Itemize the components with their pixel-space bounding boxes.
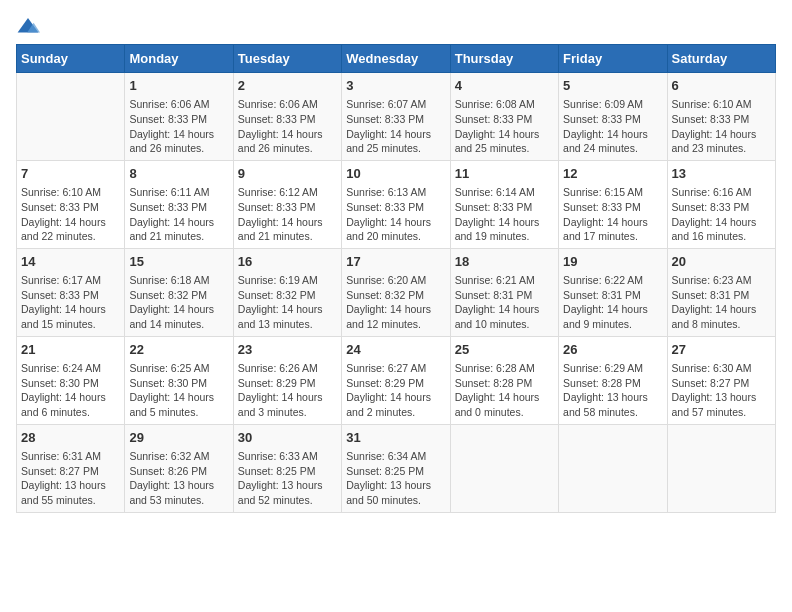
daylight-text: Daylight: 13 hours and 52 minutes. — [238, 478, 337, 507]
day-number: 13 — [672, 165, 771, 183]
calendar-cell — [667, 424, 775, 512]
sunset-text: Sunset: 8:31 PM — [563, 288, 662, 303]
sunrise-text: Sunrise: 6:25 AM — [129, 361, 228, 376]
sunrise-text: Sunrise: 6:21 AM — [455, 273, 554, 288]
calendar-table: SundayMondayTuesdayWednesdayThursdayFrid… — [16, 44, 776, 513]
calendar-cell: 24Sunrise: 6:27 AMSunset: 8:29 PMDayligh… — [342, 336, 450, 424]
calendar-cell: 6Sunrise: 6:10 AMSunset: 8:33 PMDaylight… — [667, 73, 775, 161]
daylight-text: Daylight: 14 hours and 26 minutes. — [129, 127, 228, 156]
sunset-text: Sunset: 8:32 PM — [129, 288, 228, 303]
calendar-cell: 1Sunrise: 6:06 AMSunset: 8:33 PMDaylight… — [125, 73, 233, 161]
calendar-cell: 22Sunrise: 6:25 AMSunset: 8:30 PMDayligh… — [125, 336, 233, 424]
sunrise-text: Sunrise: 6:07 AM — [346, 97, 445, 112]
daylight-text: Daylight: 13 hours and 53 minutes. — [129, 478, 228, 507]
sunrise-text: Sunrise: 6:11 AM — [129, 185, 228, 200]
day-number: 4 — [455, 77, 554, 95]
daylight-text: Daylight: 14 hours and 5 minutes. — [129, 390, 228, 419]
sunset-text: Sunset: 8:33 PM — [21, 200, 120, 215]
calendar-cell: 10Sunrise: 6:13 AMSunset: 8:33 PMDayligh… — [342, 160, 450, 248]
day-number: 10 — [346, 165, 445, 183]
sunset-text: Sunset: 8:31 PM — [672, 288, 771, 303]
day-header-wednesday: Wednesday — [342, 45, 450, 73]
calendar-cell: 11Sunrise: 6:14 AMSunset: 8:33 PMDayligh… — [450, 160, 558, 248]
sunrise-text: Sunrise: 6:15 AM — [563, 185, 662, 200]
calendar-cell: 7Sunrise: 6:10 AMSunset: 8:33 PMDaylight… — [17, 160, 125, 248]
calendar-cell: 30Sunrise: 6:33 AMSunset: 8:25 PMDayligh… — [233, 424, 341, 512]
sunrise-text: Sunrise: 6:09 AM — [563, 97, 662, 112]
calendar-cell: 16Sunrise: 6:19 AMSunset: 8:32 PMDayligh… — [233, 248, 341, 336]
day-number: 15 — [129, 253, 228, 271]
calendar-body: 1Sunrise: 6:06 AMSunset: 8:33 PMDaylight… — [17, 73, 776, 513]
calendar-cell: 8Sunrise: 6:11 AMSunset: 8:33 PMDaylight… — [125, 160, 233, 248]
sunrise-text: Sunrise: 6:16 AM — [672, 185, 771, 200]
daylight-text: Daylight: 13 hours and 55 minutes. — [21, 478, 120, 507]
daylight-text: Daylight: 14 hours and 15 minutes. — [21, 302, 120, 331]
calendar-cell: 31Sunrise: 6:34 AMSunset: 8:25 PMDayligh… — [342, 424, 450, 512]
sunrise-text: Sunrise: 6:26 AM — [238, 361, 337, 376]
sunrise-text: Sunrise: 6:20 AM — [346, 273, 445, 288]
calendar-cell: 3Sunrise: 6:07 AMSunset: 8:33 PMDaylight… — [342, 73, 450, 161]
sunset-text: Sunset: 8:33 PM — [672, 200, 771, 215]
sunset-text: Sunset: 8:33 PM — [346, 200, 445, 215]
sunset-text: Sunset: 8:33 PM — [563, 200, 662, 215]
sunrise-text: Sunrise: 6:30 AM — [672, 361, 771, 376]
day-number: 23 — [238, 341, 337, 359]
calendar-cell: 21Sunrise: 6:24 AMSunset: 8:30 PMDayligh… — [17, 336, 125, 424]
calendar-cell: 18Sunrise: 6:21 AMSunset: 8:31 PMDayligh… — [450, 248, 558, 336]
sunrise-text: Sunrise: 6:23 AM — [672, 273, 771, 288]
calendar-header: SundayMondayTuesdayWednesdayThursdayFrid… — [17, 45, 776, 73]
day-number: 1 — [129, 77, 228, 95]
sunset-text: Sunset: 8:33 PM — [455, 200, 554, 215]
sunset-text: Sunset: 8:33 PM — [21, 288, 120, 303]
sunrise-text: Sunrise: 6:31 AM — [21, 449, 120, 464]
day-number: 25 — [455, 341, 554, 359]
calendar-cell: 4Sunrise: 6:08 AMSunset: 8:33 PMDaylight… — [450, 73, 558, 161]
daylight-text: Daylight: 14 hours and 0 minutes. — [455, 390, 554, 419]
day-number: 26 — [563, 341, 662, 359]
calendar-cell: 23Sunrise: 6:26 AMSunset: 8:29 PMDayligh… — [233, 336, 341, 424]
sunrise-text: Sunrise: 6:06 AM — [129, 97, 228, 112]
day-number: 2 — [238, 77, 337, 95]
day-header-saturday: Saturday — [667, 45, 775, 73]
calendar-cell: 28Sunrise: 6:31 AMSunset: 8:27 PMDayligh… — [17, 424, 125, 512]
logo — [16, 16, 44, 36]
daylight-text: Daylight: 14 hours and 24 minutes. — [563, 127, 662, 156]
calendar-cell — [17, 73, 125, 161]
sunrise-text: Sunrise: 6:22 AM — [563, 273, 662, 288]
calendar-cell: 9Sunrise: 6:12 AMSunset: 8:33 PMDaylight… — [233, 160, 341, 248]
calendar-cell: 15Sunrise: 6:18 AMSunset: 8:32 PMDayligh… — [125, 248, 233, 336]
sunrise-text: Sunrise: 6:17 AM — [21, 273, 120, 288]
calendar-cell: 20Sunrise: 6:23 AMSunset: 8:31 PMDayligh… — [667, 248, 775, 336]
sunset-text: Sunset: 8:30 PM — [21, 376, 120, 391]
day-header-thursday: Thursday — [450, 45, 558, 73]
sunset-text: Sunset: 8:26 PM — [129, 464, 228, 479]
sunrise-text: Sunrise: 6:10 AM — [21, 185, 120, 200]
day-number: 24 — [346, 341, 445, 359]
day-number: 22 — [129, 341, 228, 359]
sunset-text: Sunset: 8:27 PM — [672, 376, 771, 391]
daylight-text: Daylight: 14 hours and 20 minutes. — [346, 215, 445, 244]
calendar-cell: 5Sunrise: 6:09 AMSunset: 8:33 PMDaylight… — [559, 73, 667, 161]
calendar-cell: 26Sunrise: 6:29 AMSunset: 8:28 PMDayligh… — [559, 336, 667, 424]
day-number: 5 — [563, 77, 662, 95]
calendar-cell: 17Sunrise: 6:20 AMSunset: 8:32 PMDayligh… — [342, 248, 450, 336]
sunrise-text: Sunrise: 6:19 AM — [238, 273, 337, 288]
calendar-cell: 2Sunrise: 6:06 AMSunset: 8:33 PMDaylight… — [233, 73, 341, 161]
sunset-text: Sunset: 8:33 PM — [129, 200, 228, 215]
sunset-text: Sunset: 8:33 PM — [346, 112, 445, 127]
day-number: 7 — [21, 165, 120, 183]
sunrise-text: Sunrise: 6:29 AM — [563, 361, 662, 376]
day-number: 14 — [21, 253, 120, 271]
sunset-text: Sunset: 8:32 PM — [346, 288, 445, 303]
day-number: 3 — [346, 77, 445, 95]
day-header-friday: Friday — [559, 45, 667, 73]
daylight-text: Daylight: 14 hours and 21 minutes. — [129, 215, 228, 244]
sunrise-text: Sunrise: 6:06 AM — [238, 97, 337, 112]
daylight-text: Daylight: 14 hours and 19 minutes. — [455, 215, 554, 244]
day-number: 29 — [129, 429, 228, 447]
calendar-cell: 19Sunrise: 6:22 AMSunset: 8:31 PMDayligh… — [559, 248, 667, 336]
calendar-cell — [559, 424, 667, 512]
sunset-text: Sunset: 8:28 PM — [563, 376, 662, 391]
day-number: 27 — [672, 341, 771, 359]
daylight-text: Daylight: 14 hours and 26 minutes. — [238, 127, 337, 156]
